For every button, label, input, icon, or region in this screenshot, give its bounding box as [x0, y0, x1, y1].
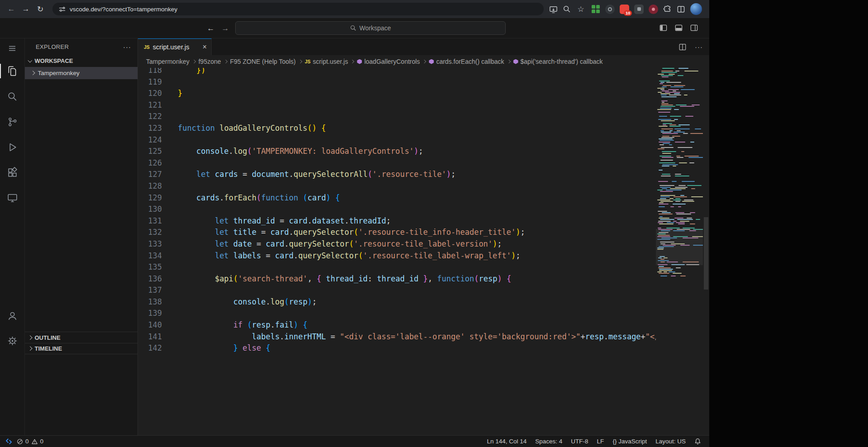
- menu-icon[interactable]: [0, 38, 24, 58]
- extensions-puzzle-icon[interactable]: [663, 5, 672, 14]
- indentation[interactable]: Spaces: 4: [535, 438, 562, 445]
- zoom-icon[interactable]: [563, 5, 571, 13]
- search-sidebar-icon[interactable]: [0, 84, 24, 109]
- line-number[interactable]: 141: [138, 331, 162, 343]
- line-number[interactable]: 120: [138, 88, 162, 100]
- toggle-sidebar-icon[interactable]: [659, 24, 668, 32]
- activity-bar: [0, 38, 25, 435]
- command-center-search[interactable]: Workspace: [235, 21, 506, 35]
- outline-section-header[interactable]: OUTLINE: [25, 332, 138, 343]
- extensions-icon[interactable]: [0, 160, 24, 185]
- problems-indicator[interactable]: 0 0: [17, 438, 43, 445]
- ext-green-grid-icon[interactable]: [591, 5, 600, 14]
- timeline-section-header[interactable]: TIMELINE: [25, 343, 138, 354]
- ext-blocker-icon[interactable]: 10: [620, 5, 629, 14]
- line-number[interactable]: 130: [138, 204, 162, 215]
- toggle-panel-icon[interactable]: [674, 24, 683, 32]
- line-number[interactable]: 139: [138, 308, 162, 319]
- code-editor[interactable]: 118 })119120}121122123function loadGalle…: [138, 68, 709, 435]
- source-control-icon[interactable]: [0, 109, 24, 134]
- code-line: 121: [138, 100, 656, 111]
- code-line: 141 labels.innerHTML = "<div class='labe…: [138, 331, 656, 343]
- code-line: 142 } else {: [138, 342, 656, 354]
- breadcrumb-separator-icon: [507, 60, 510, 63]
- remote-explorer-icon[interactable]: [0, 185, 24, 210]
- site-info-icon[interactable]: [59, 6, 66, 13]
- account-icon[interactable]: [0, 308, 25, 324]
- tab-script-user-js[interactable]: JS script.user.js ×: [138, 38, 212, 55]
- remote-indicator-icon[interactable]: [5, 437, 13, 446]
- explorer-icon[interactable]: [0, 58, 24, 84]
- editor-more-actions-icon[interactable]: ···: [695, 43, 703, 51]
- line-number[interactable]: 134: [138, 250, 162, 262]
- ext-circle-icon[interactable]: [605, 5, 615, 14]
- warning-icon: [31, 438, 38, 445]
- line-number[interactable]: 123: [138, 123, 162, 134]
- line-number[interactable]: 126: [138, 157, 162, 169]
- nav-forward-icon[interactable]: →: [219, 22, 232, 35]
- url-text[interactable]: vscode.dev/?connectTo=tampermonkey: [70, 6, 177, 13]
- workspace-section-header[interactable]: WORKSPACE: [25, 55, 138, 67]
- nav-back-icon[interactable]: ←: [204, 22, 217, 35]
- encoding[interactable]: UTF-8: [571, 438, 588, 445]
- ext-red-icon[interactable]: [649, 5, 658, 14]
- run-debug-icon[interactable]: [0, 134, 24, 160]
- favorites-star-icon[interactable]: ☆: [576, 4, 586, 14]
- line-number[interactable]: 142: [138, 342, 162, 354]
- breadcrumb-item[interactable]: Tampermonkey: [146, 58, 190, 65]
- settings-gear-icon[interactable]: [0, 333, 25, 349]
- split-screen-icon[interactable]: [677, 5, 685, 14]
- line-number[interactable]: 128: [138, 181, 162, 192]
- line-number[interactable]: 136: [138, 273, 162, 285]
- line-number[interactable]: 122: [138, 111, 162, 123]
- layout-controls: [659, 24, 698, 32]
- address-bar[interactable]: vscode.dev/?connectTo=tampermonkey: [52, 3, 544, 15]
- forward-icon[interactable]: →: [19, 2, 33, 16]
- line-number[interactable]: 129: [138, 192, 162, 204]
- breadcrumb-item[interactable]: JSscript.user.js: [305, 58, 348, 65]
- sidebar-title: EXPLORER: [36, 43, 69, 50]
- line-number[interactable]: 119: [138, 76, 162, 88]
- explorer-sidebar: EXPLORER ··· WORKSPACE Tampermonkey OUTL…: [25, 38, 138, 435]
- keyboard-layout[interactable]: Layout: US: [655, 438, 686, 445]
- tab-label: script.user.js: [153, 43, 190, 51]
- line-number[interactable]: 138: [138, 296, 162, 308]
- cursor-position[interactable]: Ln 144, Col 14: [487, 438, 526, 445]
- toggle-secondary-sidebar-icon[interactable]: [690, 24, 698, 32]
- back-icon[interactable]: ←: [5, 2, 18, 16]
- line-number[interactable]: 118: [138, 68, 162, 76]
- breadcrumb-item[interactable]: F95 ZONE (Help Tools): [230, 58, 296, 65]
- profile-avatar[interactable]: [690, 3, 702, 15]
- breadcrumb-item[interactable]: loadGalleryControls: [357, 58, 420, 65]
- editor-group: JS script.user.js × ··· Tampermonkeyf95z…: [138, 38, 709, 435]
- scrollbar-thumb[interactable]: [704, 217, 708, 290]
- reload-icon[interactable]: ↻: [33, 2, 47, 16]
- explorer-more-actions-icon[interactable]: ···: [123, 43, 131, 51]
- close-icon[interactable]: ×: [203, 43, 207, 51]
- search-icon: [350, 25, 356, 31]
- split-editor-icon[interactable]: [678, 43, 687, 51]
- line-number[interactable]: 127: [138, 169, 162, 181]
- line-number[interactable]: 131: [138, 215, 162, 227]
- chevron-right-icon: [31, 71, 35, 75]
- line-number[interactable]: 121: [138, 100, 162, 111]
- line-number[interactable]: 132: [138, 227, 162, 238]
- tree-item-tampermonkey[interactable]: Tampermonkey: [25, 67, 138, 79]
- line-number[interactable]: 125: [138, 146, 162, 157]
- notifications-bell-icon[interactable]: [694, 438, 701, 445]
- breadcrumb-item[interactable]: cards.forEach() callback: [429, 58, 504, 65]
- language-mode[interactable]: {} JavaScript: [612, 438, 647, 445]
- line-number[interactable]: 140: [138, 319, 162, 331]
- ext-dark-icon[interactable]: [634, 5, 644, 14]
- send-to-device-icon[interactable]: [549, 5, 558, 14]
- line-number[interactable]: 135: [138, 262, 162, 273]
- line-number[interactable]: 124: [138, 134, 162, 146]
- breadcrumb-item[interactable]: f95zone: [199, 58, 221, 65]
- editor-scrollbar[interactable]: [703, 68, 709, 435]
- breadcrumb-item[interactable]: $api('search-thread') callback: [513, 58, 603, 65]
- code-line: 130: [138, 204, 656, 215]
- minimap-slider[interactable]: [656, 229, 703, 265]
- line-number[interactable]: 137: [138, 285, 162, 296]
- line-number[interactable]: 133: [138, 238, 162, 250]
- eol-sequence[interactable]: LF: [597, 438, 604, 445]
